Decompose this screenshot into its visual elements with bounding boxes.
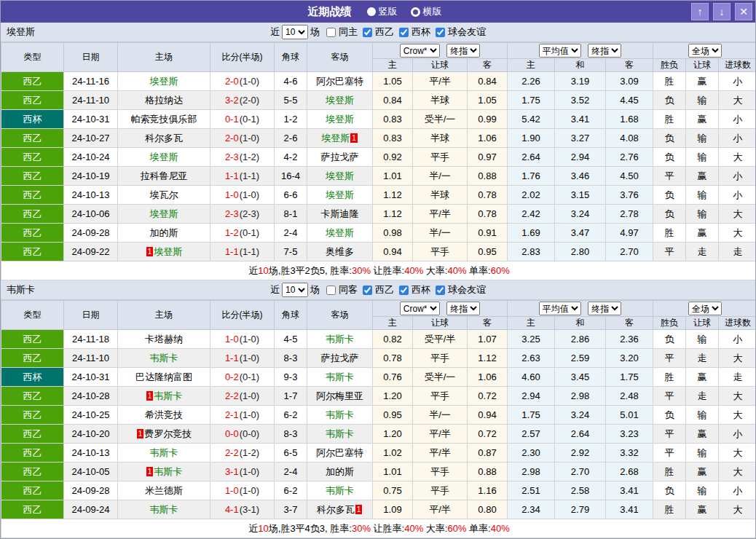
result-outcome: 负 xyxy=(653,205,686,224)
team-name-text: 阿尔梅里亚 xyxy=(316,390,363,401)
fulltime-score: 2-2 xyxy=(225,447,239,458)
summary-text: 近 xyxy=(248,265,258,276)
odds-source-select[interactable]: Crow* xyxy=(400,44,440,58)
result-outcome: 胜 xyxy=(653,224,686,243)
score-cell: 4-1(3-1) xyxy=(210,500,275,519)
result-outcome: 胜 xyxy=(653,500,686,519)
home-team-cell: 卡塔赫纳 xyxy=(118,330,210,349)
same-venue-label: 同主 xyxy=(339,25,358,39)
avg-final-select[interactable]: 终指 xyxy=(588,302,621,315)
avg-source-select[interactable]: 平均值 xyxy=(539,44,581,58)
league-checkbox-copa[interactable] xyxy=(399,28,409,37)
team-name-text: 韦斯卡 xyxy=(326,409,354,420)
match-row: 西乙24-10-24埃登斯2-3(1-2)4-2萨拉戈萨0.92平手0.972.… xyxy=(1,148,756,167)
team-name-text: 科尔多瓦 xyxy=(317,504,355,515)
handicap-away-odds: 0.91 xyxy=(468,224,508,243)
handicap-line: 平/半 xyxy=(413,72,468,91)
col-avg-away: 客 xyxy=(606,317,653,330)
odds-source-select[interactable]: Crow* xyxy=(400,302,440,315)
date-cell: 24-10-28 xyxy=(64,387,118,406)
halftime-score: (1-2) xyxy=(240,447,259,458)
league-checkbox-segunda[interactable] xyxy=(363,28,372,37)
league-checkbox-copa[interactable] xyxy=(399,286,409,295)
avg-source-select[interactable]: 平均值 xyxy=(539,302,581,315)
team-name: 韦斯卡 xyxy=(7,283,35,296)
handicap-home-odds: 0.82 xyxy=(373,330,413,349)
away-team-cell: 埃登斯 xyxy=(307,110,373,129)
score-cell: 0-1(0-1) xyxy=(210,110,275,129)
date-cell: 24-10-31 xyxy=(64,368,118,387)
scope-select[interactable]: 全场 xyxy=(688,44,722,58)
fulltime-score: 1-1 xyxy=(225,353,239,363)
summary-cell: 近10场,胜3平2负5, 胜率:30% 让胜率:40% 大率:40% 单率:60… xyxy=(1,261,756,280)
league-checkbox-friendly[interactable] xyxy=(436,286,445,295)
team-name-text: 韦斯卡 xyxy=(326,485,354,496)
corner-cell: 7-5 xyxy=(275,243,307,261)
recent-count-select[interactable]: 10 xyxy=(282,25,308,39)
view-option-horizontal[interactable]: 横版 xyxy=(411,5,442,18)
odds-final-select[interactable]: 终指 xyxy=(446,44,480,58)
home-team-cell: 希洪竞技 xyxy=(118,406,210,425)
same-venue-checkbox[interactable] xyxy=(326,28,336,37)
scope-select[interactable]: 全场 xyxy=(688,302,722,315)
summary-text: 单率: xyxy=(466,265,490,276)
league-cell: 西乙 xyxy=(1,129,64,148)
avg-away-odds: 2.78 xyxy=(606,205,653,224)
games-label: 场 xyxy=(310,283,320,296)
home-team-cell: 1埃登斯 xyxy=(118,243,210,261)
fulltime-score: 2-3 xyxy=(225,208,239,219)
scope-group: 全场 xyxy=(653,43,756,59)
col-handicap-home: 主 xyxy=(373,317,413,330)
handicap-away-odds: 1.16 xyxy=(468,481,508,500)
summary-text: 40% xyxy=(447,265,466,276)
match-row: 西乙24-09-28米兰德斯1-0(1-0)6-2韦斯卡0.75平手1.162.… xyxy=(1,481,756,500)
handicap-line: 平手 xyxy=(413,243,468,261)
league-checkbox-friendly[interactable] xyxy=(436,28,445,37)
summary-text: 让胜率: xyxy=(371,523,404,534)
home-team-cell: 米兰德斯 xyxy=(118,481,210,500)
score-cell: 2-3(2-3) xyxy=(210,205,275,224)
col-home: 主场 xyxy=(118,43,210,72)
halftime-score: (1-0) xyxy=(240,76,259,87)
fulltime-score: 1-1 xyxy=(225,170,239,181)
view-option-vertical[interactable]: 竖版 xyxy=(367,5,398,18)
result-goals: 小 xyxy=(719,167,756,186)
avg-away-odds: 2.48 xyxy=(606,387,653,406)
col-corner: 角球 xyxy=(275,301,307,330)
same-venue-checkbox[interactable] xyxy=(326,286,336,295)
home-team-cell: 加的斯 xyxy=(118,224,210,243)
date-cell: 24-10-27 xyxy=(64,129,118,148)
avg-draw-odds: 2.94 xyxy=(555,148,606,167)
avg-home-odds: 2.02 xyxy=(508,186,555,205)
away-team-cell: 韦斯卡 xyxy=(307,425,373,444)
avg-draw-odds: 3.41 xyxy=(555,110,606,129)
odds-final-select[interactable]: 终指 xyxy=(446,302,480,315)
result-handicap: 赢 xyxy=(686,463,719,481)
team-name-text: 拉科鲁尼亚 xyxy=(141,170,188,181)
handicap-home-odds: 1.20 xyxy=(373,425,413,444)
league-checkbox-segunda[interactable] xyxy=(363,286,372,295)
league-cell: 西乙 xyxy=(1,387,64,406)
date-cell: 24-09-22 xyxy=(64,243,118,261)
handicap-home-odds: 0.78 xyxy=(373,349,413,368)
result-outcome: 平 xyxy=(653,444,686,463)
team-name: 埃登斯 xyxy=(7,25,35,39)
match-row: 西乙24-10-19拉科鲁尼亚1-1(1-1)16-4埃登斯1.01半/一0.8… xyxy=(1,167,756,186)
recent-count-select[interactable]: 10 xyxy=(282,283,308,297)
date-cell: 24-09-24 xyxy=(64,500,118,519)
scroll-up-button[interactable]: ↑ xyxy=(691,3,709,20)
handicap-line: 受半/一 xyxy=(413,368,468,387)
league-checkbox-segunda-label: 西乙 xyxy=(375,25,394,39)
avg-away-odds: 2.68 xyxy=(606,463,653,481)
avg-final-select[interactable]: 终指 xyxy=(588,44,621,58)
close-button[interactable]: ✕ xyxy=(735,3,752,20)
avg-draw-odds: 2.64 xyxy=(555,425,606,444)
scroll-down-button[interactable]: ↓ xyxy=(713,3,731,20)
avg-draw-odds: 2.80 xyxy=(555,243,606,261)
avg-home-odds: 2.57 xyxy=(508,425,555,444)
avg-odds-group: 平均值 终指 xyxy=(508,43,653,59)
league-checkbox-friendly-label: 球会友谊 xyxy=(448,283,486,296)
handicap-home-odds: 0.92 xyxy=(373,148,413,167)
result-outcome: 平 xyxy=(653,349,686,368)
league-checkbox-segunda-label: 西乙 xyxy=(375,283,394,296)
